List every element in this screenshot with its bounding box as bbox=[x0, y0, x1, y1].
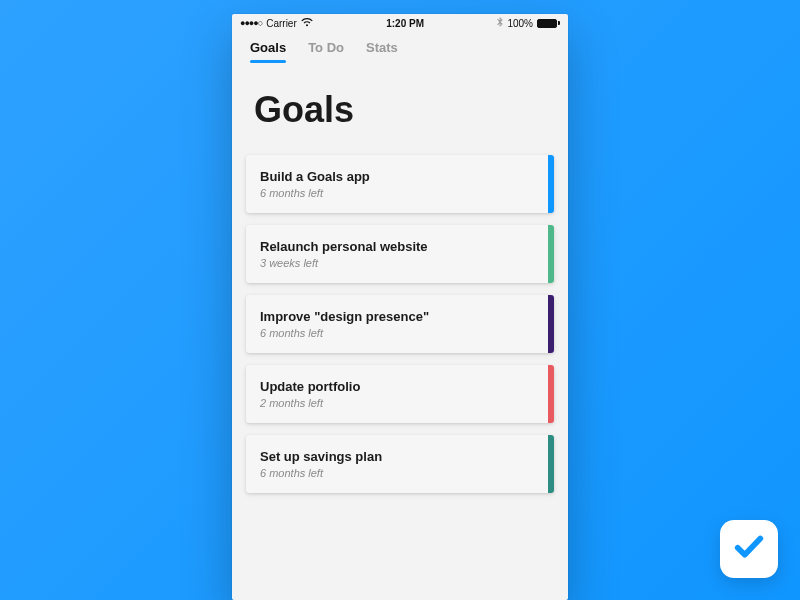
status-left: ●●●●○ Carrier bbox=[240, 18, 313, 29]
goal-body: Set up savings plan 6 months left bbox=[246, 435, 548, 493]
goal-accent bbox=[548, 295, 554, 353]
page-title: Goals bbox=[232, 63, 568, 155]
goal-card[interactable]: Improve "design presence" 6 months left bbox=[246, 295, 554, 353]
checkmark-icon bbox=[732, 530, 766, 568]
goal-meta: 6 months left bbox=[260, 327, 534, 339]
goal-title: Update portfolio bbox=[260, 379, 534, 394]
goal-card[interactable]: Relaunch personal website 3 weeks left bbox=[246, 225, 554, 283]
app-badge bbox=[720, 520, 778, 578]
goal-meta: 3 weeks left bbox=[260, 257, 534, 269]
tab-todo[interactable]: To Do bbox=[308, 40, 344, 63]
signal-dots-icon: ●●●●○ bbox=[240, 18, 262, 28]
goal-meta: 2 months left bbox=[260, 397, 534, 409]
tab-bar: Goals To Do Stats bbox=[232, 32, 568, 63]
goal-body: Update portfolio 2 months left bbox=[246, 365, 548, 423]
goal-title: Build a Goals app bbox=[260, 169, 534, 184]
goal-body: Relaunch personal website 3 weeks left bbox=[246, 225, 548, 283]
goal-card[interactable]: Update portfolio 2 months left bbox=[246, 365, 554, 423]
goal-list: Build a Goals app 6 months left Relaunch… bbox=[232, 155, 568, 493]
goal-accent bbox=[548, 365, 554, 423]
wifi-icon bbox=[301, 18, 313, 29]
tab-stats[interactable]: Stats bbox=[366, 40, 398, 63]
battery-icon bbox=[537, 19, 560, 28]
tab-label: Stats bbox=[366, 40, 398, 55]
goal-title: Improve "design presence" bbox=[260, 309, 534, 324]
status-bar: ●●●●○ Carrier 1:20 PM 100% bbox=[232, 14, 568, 32]
goal-body: Improve "design presence" 6 months left bbox=[246, 295, 548, 353]
goal-accent bbox=[548, 155, 554, 213]
goal-accent bbox=[548, 225, 554, 283]
battery-percent: 100% bbox=[507, 18, 533, 29]
carrier-label: Carrier bbox=[266, 18, 297, 29]
goal-title: Relaunch personal website bbox=[260, 239, 534, 254]
goal-title: Set up savings plan bbox=[260, 449, 534, 464]
goal-card[interactable]: Build a Goals app 6 months left bbox=[246, 155, 554, 213]
status-right: 100% bbox=[497, 17, 560, 29]
phone-frame: ●●●●○ Carrier 1:20 PM 100% Goals To Do S… bbox=[232, 14, 568, 600]
tab-goals[interactable]: Goals bbox=[250, 40, 286, 63]
goal-meta: 6 months left bbox=[260, 187, 534, 199]
clock: 1:20 PM bbox=[386, 18, 424, 29]
goal-meta: 6 months left bbox=[260, 467, 534, 479]
bluetooth-icon bbox=[497, 17, 503, 29]
goal-card[interactable]: Set up savings plan 6 months left bbox=[246, 435, 554, 493]
tab-label: To Do bbox=[308, 40, 344, 55]
goal-body: Build a Goals app 6 months left bbox=[246, 155, 548, 213]
tab-label: Goals bbox=[250, 40, 286, 55]
goal-accent bbox=[548, 435, 554, 493]
